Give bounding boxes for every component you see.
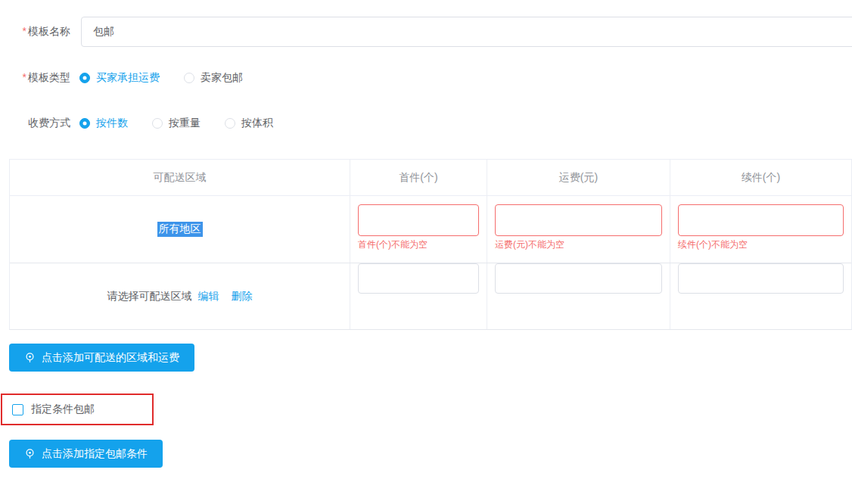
cell-area-all: 所有地区 — [10, 196, 350, 263]
radio-checked-icon — [79, 118, 90, 129]
required-asterisk: * — [23, 71, 26, 83]
edit-link[interactable]: 编辑 — [198, 290, 219, 302]
condition-checkbox[interactable] — [12, 404, 23, 415]
template-type-label: *模板类型 — [8, 71, 70, 85]
add-area-button-label: 点击添加可配送的区域和运费 — [42, 351, 179, 365]
cell-first-item: 首件(个)不能为空 — [350, 196, 487, 263]
radio-unchecked-icon — [152, 118, 163, 129]
shipping-fee-table: 可配送区域 首件(个) 运费(元) 续件(个) 所有地区 首件(个)不能为空 运… — [9, 159, 852, 330]
delete-link[interactable]: 删除 — [232, 290, 253, 302]
first-item-error: 首件(个)不能为空 — [358, 239, 428, 250]
shipping-fee-error: 运费(元)不能为空 — [495, 239, 564, 250]
add-condition-button-label: 点击添加指定包邮条件 — [42, 447, 148, 461]
radio-by-quantity[interactable]: 按件数 — [79, 117, 128, 130]
radio-unchecked-icon — [225, 118, 235, 129]
header-additional-item: 续件(个) — [670, 160, 851, 195]
radio-label: 卖家包邮 — [201, 71, 243, 85]
add-condition-button[interactable]: 点击添加指定包邮条件 — [9, 440, 163, 468]
cell-shipping-fee-2 — [487, 263, 670, 329]
radio-label: 按件数 — [96, 117, 128, 130]
charge-method-label: 收费方式 — [8, 117, 70, 130]
header-shipping-fee: 运费(元) — [487, 160, 670, 195]
additional-item-input[interactable] — [678, 204, 844, 236]
radio-label: 按重量 — [169, 117, 201, 130]
table-row-select-area: 请选择可配送区域编辑删除 — [10, 263, 851, 329]
header-delivery-area: 可配送区域 — [10, 160, 350, 195]
additional-item-input-2[interactable] — [678, 263, 844, 294]
radio-unchecked-icon — [184, 73, 194, 83]
radio-seller-free-shipping[interactable]: 卖家包邮 — [184, 71, 243, 85]
header-first-item: 首件(个) — [350, 160, 487, 195]
radio-label: 买家承担运费 — [96, 71, 160, 85]
template-type-row: *模板类型 买家承担运费 卖家包邮 — [8, 71, 267, 85]
template-name-label-text: 模板名称 — [28, 25, 70, 37]
location-pin-icon — [24, 448, 36, 459]
location-pin-icon — [24, 352, 36, 363]
condition-checkbox-label: 指定条件包邮 — [31, 403, 95, 416]
charge-method-row: 收费方式 按件数 按重量 按体积 — [8, 117, 297, 130]
table-header-row: 可配送区域 首件(个) 运费(元) 续件(个) — [10, 160, 851, 196]
cell-additional-item: 续件(个)不能为空 — [670, 196, 851, 263]
template-name-row: *模板名称 — [8, 17, 852, 47]
radio-by-weight[interactable]: 按重量 — [152, 117, 201, 130]
all-areas-link[interactable]: 所有地区 — [157, 222, 203, 237]
cell-first-item-2 — [350, 263, 487, 329]
select-area-text: 请选择可配送区域 — [107, 290, 192, 302]
table-row-all-areas: 所有地区 首件(个)不能为空 运费(元)不能为空 续件(个)不能为空 — [10, 196, 851, 263]
template-type-radio-group: 买家承担运费 卖家包邮 — [79, 71, 267, 85]
first-item-input[interactable] — [358, 204, 479, 236]
shipping-fee-input[interactable] — [495, 204, 662, 236]
charge-method-radio-group: 按件数 按重量 按体积 — [79, 117, 297, 130]
condition-checkbox-box: 指定条件包邮 — [1, 394, 154, 425]
radio-buyer-pays-shipping[interactable]: 买家承担运费 — [79, 71, 160, 85]
shipping-fee-input-2[interactable] — [495, 263, 662, 294]
radio-by-volume[interactable]: 按体积 — [225, 117, 273, 130]
first-item-input-2[interactable] — [358, 263, 479, 294]
radio-checked-icon — [79, 73, 90, 83]
radio-label: 按体积 — [241, 117, 273, 130]
required-asterisk: * — [23, 25, 26, 37]
add-area-button[interactable]: 点击添加可配送的区域和运费 — [9, 344, 194, 372]
charge-method-label-text: 收费方式 — [28, 117, 70, 129]
cell-shipping-fee: 运费(元)不能为空 — [487, 196, 670, 263]
cell-area-select: 请选择可配送区域编辑删除 — [10, 263, 350, 329]
template-name-label: *模板名称 — [8, 25, 70, 39]
cell-additional-item-2 — [670, 263, 851, 329]
template-name-input[interactable] — [81, 17, 852, 47]
additional-item-error: 续件(个)不能为空 — [678, 239, 748, 250]
template-type-label-text: 模板类型 — [28, 71, 70, 83]
